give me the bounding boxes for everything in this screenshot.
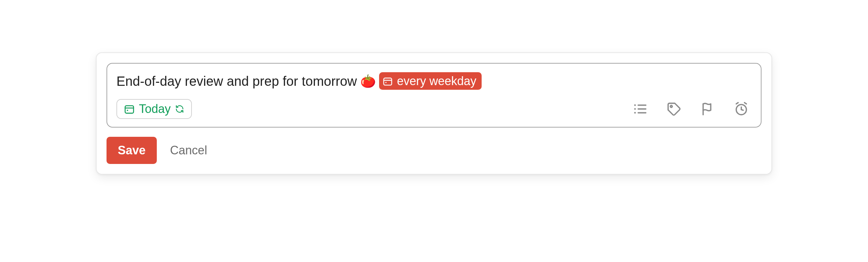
list-icon[interactable] [632, 101, 648, 117]
task-options-row: Today [117, 99, 751, 119]
calendar-icon [124, 103, 135, 115]
svg-line-17 [745, 103, 747, 104]
task-action-icons [632, 101, 751, 117]
svg-line-15 [741, 110, 743, 110]
svg-rect-0 [384, 78, 392, 85]
svg-point-8 [634, 108, 636, 110]
task-editor-card: End-of-day review and prep for tomorrow … [96, 52, 772, 175]
svg-rect-3 [125, 106, 134, 113]
flag-icon[interactable] [700, 101, 715, 117]
due-date-label: Today [139, 103, 171, 115]
task-editor-box[interactable]: End-of-day review and prep for tomorrow … [106, 63, 762, 127]
svg-point-5 [127, 110, 128, 111]
recurrence-chip[interactable]: every weekday [379, 72, 482, 90]
svg-point-12 [670, 105, 672, 107]
due-date-chip[interactable]: Today [117, 99, 192, 119]
task-text[interactable]: End-of-day review and prep for tomorrow [117, 73, 357, 89]
save-button[interactable]: Save [106, 137, 157, 164]
tag-icon[interactable] [666, 101, 681, 117]
editor-footer: Save Cancel [106, 137, 762, 164]
task-input-line[interactable]: End-of-day review and prep for tomorrow … [117, 72, 751, 90]
recurrence-label: every weekday [397, 74, 476, 88]
svg-line-16 [736, 103, 738, 104]
recurring-icon [175, 104, 185, 114]
svg-point-2 [385, 82, 387, 83]
svg-point-10 [634, 112, 636, 114]
svg-point-6 [634, 104, 636, 106]
tomato-emoji: 🍅 [360, 75, 376, 87]
cancel-button[interactable]: Cancel [168, 140, 209, 161]
calendar-icon [382, 76, 393, 86]
alarm-icon[interactable] [734, 101, 749, 117]
